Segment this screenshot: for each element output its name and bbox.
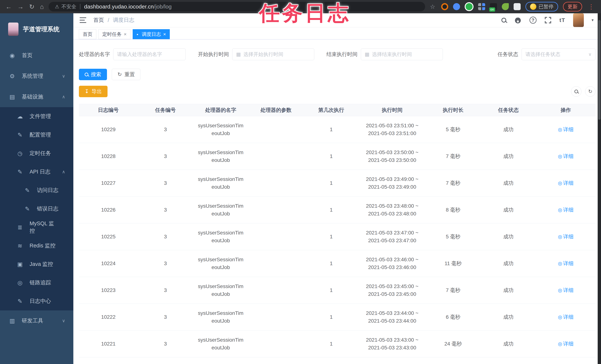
export-button[interactable]: ↧ 导出 bbox=[79, 86, 108, 97]
detail-link[interactable]: ◎ 详细 bbox=[558, 126, 574, 133]
cell-log-id: 10227 bbox=[79, 170, 138, 197]
extension-icon-on-switch[interactable]: on bbox=[490, 3, 497, 10]
search-icon[interactable] bbox=[501, 18, 506, 22]
fullscreen-icon[interactable] bbox=[544, 16, 552, 24]
extension-icon-green-v[interactable] bbox=[466, 3, 473, 10]
sidebar-item-devtools[interactable]: ▥ 研发工具 ∨ bbox=[0, 310, 73, 331]
chevron-icon: ∧ bbox=[62, 94, 65, 99]
sidebar-item-label: 访问日志 bbox=[37, 187, 58, 194]
detail-link[interactable]: ◎ 详细 bbox=[558, 313, 574, 321]
begin-time-input[interactable] bbox=[243, 51, 311, 57]
cell-exec-time: 2021-05-03 23:50:00 ~ 2021-05-03 23:50:0… bbox=[359, 143, 425, 170]
extension-icon-leaf[interactable] bbox=[502, 3, 509, 10]
cell-log-id: 10224 bbox=[79, 250, 138, 277]
sidebar-item-mysql[interactable]: ≣ MySQL 监控 bbox=[0, 218, 73, 236]
handler-name-input[interactable] bbox=[117, 51, 182, 57]
search-button[interactable]: 搜索 bbox=[79, 69, 107, 80]
cell-count: 1 bbox=[303, 331, 359, 357]
address-bar[interactable]: ⚠ 不安全 dashboard.yudao.iocoder.cn /job/lo… bbox=[49, 2, 425, 11]
help-icon[interactable]: ? bbox=[530, 17, 537, 24]
detail-link[interactable]: ◎ 详细 bbox=[558, 206, 574, 214]
scrollbar-thumb[interactable] bbox=[598, 20, 601, 120]
app-logo[interactable]: 芋道管理系统 bbox=[0, 13, 73, 45]
sidebar-item-api-log[interactable]: ✎ API 日志 ∧ bbox=[0, 162, 73, 181]
breadcrumb-home[interactable]: 首页 bbox=[93, 16, 104, 24]
sidebar-item-file[interactable]: ☁ 文件管理 bbox=[0, 107, 73, 126]
eye-icon: ◎ bbox=[558, 340, 562, 348]
chevron-icon: ∨ bbox=[62, 318, 65, 323]
page-scrollbar[interactable] bbox=[598, 13, 601, 364]
toggle-search-button[interactable] bbox=[571, 86, 581, 97]
avatar-caret-down-icon[interactable]: ▾ bbox=[591, 18, 594, 22]
job-status-input[interactable] bbox=[525, 51, 586, 57]
cell-job-id: 3 bbox=[138, 116, 193, 143]
sidebar-item-system[interactable]: ⚙ 系统管理 ∨ bbox=[0, 66, 73, 86]
bookmark-star-icon[interactable]: ☆ bbox=[430, 3, 435, 10]
cell-job-id: 3 bbox=[138, 143, 193, 170]
browser-menu-icon[interactable]: ⋮ bbox=[588, 3, 594, 10]
detail-link-label: 详细 bbox=[563, 206, 574, 214]
cell-param bbox=[248, 223, 303, 250]
cell-handler: sysUserSessionTimeoutJob bbox=[193, 357, 248, 364]
end-time-input[interactable] bbox=[372, 51, 439, 57]
cell-count: 1 bbox=[303, 304, 359, 331]
extension-icon-orange[interactable] bbox=[441, 3, 448, 10]
cell-count: 1 bbox=[303, 357, 359, 364]
browser-update-button[interactable]: 更新 bbox=[563, 2, 582, 11]
sidebar-item-log-center[interactable]: ✎ 日志中心 bbox=[0, 292, 73, 310]
extensions-puzzle-icon[interactable] bbox=[514, 3, 521, 10]
sidebar-item-home[interactable]: ◉ 首页 bbox=[0, 45, 73, 66]
github-icon[interactable] bbox=[514, 16, 522, 24]
detail-link[interactable]: ◎ 详细 bbox=[558, 179, 574, 187]
cell-count: 1 bbox=[303, 277, 359, 304]
detail-link-label: 详细 bbox=[563, 313, 574, 321]
tab-close-icon[interactable]: × bbox=[163, 32, 166, 37]
cell-count: 1 bbox=[303, 170, 359, 197]
end-time-label: 结束执行时间 bbox=[326, 51, 358, 58]
sidebar-item-error-log[interactable]: ✎ 错误日志 bbox=[0, 200, 73, 218]
detail-link[interactable]: ◎ 详细 bbox=[558, 152, 574, 160]
browser-back-icon[interactable]: ← bbox=[6, 3, 12, 10]
cell-exec-time: 2021-05-03 23:42:00 ~ 2021-05-03 23:42:0… bbox=[359, 357, 425, 364]
sidebar-item-config[interactable]: ✎ 配置管理 bbox=[0, 126, 73, 144]
cell-param bbox=[248, 116, 303, 143]
breadcrumb-separator: / bbox=[108, 17, 109, 23]
refresh-table-button[interactable]: ↻ bbox=[585, 86, 595, 97]
sidebar-item-infra[interactable]: ▤ 基础设施 ∧ bbox=[0, 86, 73, 107]
cell-status: 成功 bbox=[481, 143, 536, 170]
extension-icon-grid[interactable] bbox=[478, 3, 485, 10]
detail-link[interactable]: ◎ 详细 bbox=[558, 286, 574, 294]
sidebar-toggle-icon[interactable] bbox=[80, 17, 86, 23]
extension-icon-blue[interactable] bbox=[453, 3, 460, 10]
user-avatar[interactable] bbox=[573, 13, 584, 27]
tab-home[interactable]: ● 首页 bbox=[79, 29, 96, 39]
sidebar-item-trace[interactable]: ◎ 链路追踪 bbox=[0, 273, 73, 292]
tab-close-icon[interactable]: × bbox=[124, 32, 127, 37]
detail-link[interactable]: ◎ 详细 bbox=[558, 260, 574, 267]
cell-param bbox=[248, 304, 303, 331]
sidebar-item-label: MySQL 监控 bbox=[30, 220, 59, 235]
cell-job-id: 3 bbox=[138, 331, 193, 357]
browser-reload-icon[interactable]: ↻ bbox=[29, 3, 35, 10]
tab-scheduled-jobs[interactable]: ● 定时任务 × bbox=[99, 29, 130, 39]
sidebar-item-redis[interactable]: ≋ Redis 监控 bbox=[0, 236, 73, 255]
font-size-icon[interactable]: tT bbox=[560, 17, 565, 23]
cell-job-id: 3 bbox=[138, 277, 193, 304]
col-header-log-id: 日志编号 bbox=[79, 104, 138, 116]
dashboard-icon: ◉ bbox=[9, 52, 16, 59]
cell-actions: ◎ 详细 bbox=[536, 250, 595, 277]
browser-forward-icon[interactable]: → bbox=[17, 3, 24, 10]
table-row: 10229 3 sysUserSessionTimeoutJob 1 2021-… bbox=[79, 116, 595, 143]
cell-handler: sysUserSessionTimeoutJob bbox=[193, 331, 248, 357]
detail-link[interactable]: ◎ 详细 bbox=[558, 340, 574, 348]
sidebar-item-job[interactable]: ◷ 定时任务 bbox=[0, 144, 73, 162]
detail-link[interactable]: ◎ 详细 bbox=[558, 233, 574, 241]
cell-actions: ◎ 详细 bbox=[536, 331, 595, 357]
tab-job-log[interactable]: ● 调度日志 × bbox=[133, 29, 170, 39]
reset-button[interactable]: ↻ 重置 bbox=[112, 69, 140, 80]
browser-home-icon[interactable]: ⌂ bbox=[40, 3, 44, 10]
job-status-select[interactable]: ∨ bbox=[521, 48, 595, 60]
sidebar-item-java[interactable]: ▣ Java 监控 bbox=[0, 255, 73, 273]
sidebar-item-access-log[interactable]: ✎ 访问日志 bbox=[0, 181, 73, 200]
profile-paused-badge[interactable]: 已暂停 bbox=[525, 2, 558, 11]
